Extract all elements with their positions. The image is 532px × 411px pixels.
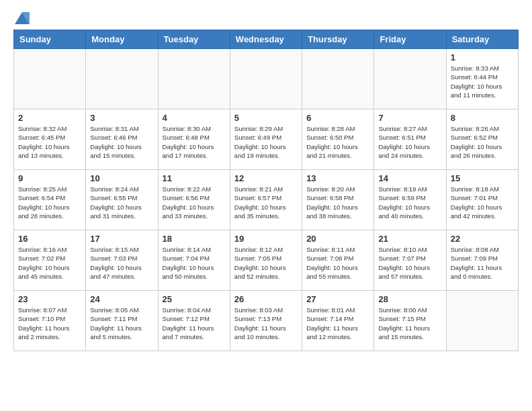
day-cell: 4Sunrise: 8:30 AM Sunset: 6:48 PM Daylig… bbox=[158, 109, 230, 170]
week-row-4: 16Sunrise: 8:16 AM Sunset: 7:02 PM Dayli… bbox=[14, 230, 519, 291]
day-number: 20 bbox=[306, 234, 369, 244]
day-info: Sunrise: 8:00 AM Sunset: 7:15 PM Dayligh… bbox=[378, 306, 441, 341]
logo bbox=[13, 13, 30, 23]
day-cell: 16Sunrise: 8:16 AM Sunset: 7:02 PM Dayli… bbox=[14, 230, 86, 291]
day-cell: 11Sunrise: 8:22 AM Sunset: 6:56 PM Dayli… bbox=[158, 170, 230, 230]
day-number: 18 bbox=[163, 234, 226, 244]
day-info: Sunrise: 8:15 AM Sunset: 7:03 PM Dayligh… bbox=[90, 245, 153, 281]
page-header bbox=[13, 13, 519, 23]
day-cell bbox=[86, 49, 158, 109]
day-number: 1 bbox=[451, 52, 514, 62]
day-info: Sunrise: 8:33 AM Sunset: 6:44 PM Dayligh… bbox=[451, 64, 514, 99]
day-cell: 1Sunrise: 8:33 AM Sunset: 6:44 PM Daylig… bbox=[446, 49, 518, 109]
day-number: 3 bbox=[90, 113, 153, 123]
day-number: 28 bbox=[378, 294, 441, 304]
day-cell: 14Sunrise: 8:19 AM Sunset: 6:59 PM Dayli… bbox=[374, 170, 446, 230]
day-info: Sunrise: 8:18 AM Sunset: 7:01 PM Dayligh… bbox=[451, 185, 514, 220]
day-number: 22 bbox=[451, 234, 514, 244]
day-cell: 17Sunrise: 8:15 AM Sunset: 7:03 PM Dayli… bbox=[86, 230, 158, 291]
day-number: 2 bbox=[18, 113, 81, 123]
header-cell-thursday: Thursday bbox=[302, 30, 374, 49]
day-number: 19 bbox=[234, 234, 298, 244]
day-number: 11 bbox=[163, 173, 226, 183]
day-cell bbox=[446, 291, 518, 351]
day-cell: 13Sunrise: 8:20 AM Sunset: 6:58 PM Dayli… bbox=[302, 170, 374, 230]
day-number: 26 bbox=[234, 294, 298, 304]
day-info: Sunrise: 8:14 AM Sunset: 7:04 PM Dayligh… bbox=[163, 245, 226, 281]
day-info: Sunrise: 8:25 AM Sunset: 6:54 PM Dayligh… bbox=[18, 185, 81, 220]
day-number: 10 bbox=[90, 173, 153, 183]
header-row: SundayMondayTuesdayWednesdayThursdayFrid… bbox=[14, 30, 519, 49]
week-row-2: 2Sunrise: 8:32 AM Sunset: 6:45 PM Daylig… bbox=[14, 109, 519, 170]
day-cell: 26Sunrise: 8:03 AM Sunset: 7:13 PM Dayli… bbox=[230, 291, 302, 351]
day-info: Sunrise: 8:24 AM Sunset: 6:55 PM Dayligh… bbox=[90, 185, 153, 220]
day-info: Sunrise: 8:08 AM Sunset: 7:09 PM Dayligh… bbox=[451, 245, 514, 281]
day-number: 21 bbox=[378, 234, 441, 244]
day-info: Sunrise: 8:16 AM Sunset: 7:02 PM Dayligh… bbox=[18, 245, 81, 281]
day-info: Sunrise: 8:31 AM Sunset: 6:46 PM Dayligh… bbox=[90, 124, 153, 160]
day-number: 25 bbox=[163, 294, 226, 304]
day-info: Sunrise: 8:22 AM Sunset: 6:56 PM Dayligh… bbox=[163, 185, 226, 220]
logo-icon bbox=[15, 12, 30, 24]
day-number: 15 bbox=[451, 173, 514, 183]
week-row-3: 9Sunrise: 8:25 AM Sunset: 6:54 PM Daylig… bbox=[14, 170, 519, 230]
day-cell: 3Sunrise: 8:31 AM Sunset: 6:46 PM Daylig… bbox=[86, 109, 158, 170]
day-cell: 18Sunrise: 8:14 AM Sunset: 7:04 PM Dayli… bbox=[158, 230, 230, 291]
day-cell: 23Sunrise: 8:07 AM Sunset: 7:10 PM Dayli… bbox=[14, 291, 86, 351]
header-cell-friday: Friday bbox=[374, 30, 446, 49]
day-cell: 2Sunrise: 8:32 AM Sunset: 6:45 PM Daylig… bbox=[14, 109, 86, 170]
day-info: Sunrise: 8:26 AM Sunset: 6:52 PM Dayligh… bbox=[451, 124, 514, 160]
day-cell: 22Sunrise: 8:08 AM Sunset: 7:09 PM Dayli… bbox=[446, 230, 518, 291]
day-number: 12 bbox=[234, 173, 298, 183]
day-info: Sunrise: 8:28 AM Sunset: 6:50 PM Dayligh… bbox=[306, 124, 369, 160]
day-cell: 15Sunrise: 8:18 AM Sunset: 7:01 PM Dayli… bbox=[446, 170, 518, 230]
day-info: Sunrise: 8:27 AM Sunset: 6:51 PM Dayligh… bbox=[378, 124, 441, 160]
header-cell-wednesday: Wednesday bbox=[230, 30, 302, 49]
day-number: 17 bbox=[90, 234, 153, 244]
day-cell: 9Sunrise: 8:25 AM Sunset: 6:54 PM Daylig… bbox=[14, 170, 86, 230]
day-info: Sunrise: 8:11 AM Sunset: 7:06 PM Dayligh… bbox=[306, 245, 369, 281]
day-cell: 6Sunrise: 8:28 AM Sunset: 6:50 PM Daylig… bbox=[302, 109, 374, 170]
day-number: 24 bbox=[90, 294, 153, 304]
header-cell-monday: Monday bbox=[86, 30, 158, 49]
day-cell: 7Sunrise: 8:27 AM Sunset: 6:51 PM Daylig… bbox=[374, 109, 446, 170]
day-cell: 28Sunrise: 8:00 AM Sunset: 7:15 PM Dayli… bbox=[374, 291, 446, 351]
header-cell-saturday: Saturday bbox=[446, 30, 518, 49]
day-number: 8 bbox=[451, 113, 514, 123]
day-number: 5 bbox=[234, 113, 298, 123]
day-number: 16 bbox=[18, 234, 81, 244]
week-row-1: 1Sunrise: 8:33 AM Sunset: 6:44 PM Daylig… bbox=[14, 49, 519, 109]
day-info: Sunrise: 8:20 AM Sunset: 6:58 PM Dayligh… bbox=[306, 185, 369, 220]
day-cell: 21Sunrise: 8:10 AM Sunset: 7:07 PM Dayli… bbox=[374, 230, 446, 291]
day-cell: 20Sunrise: 8:11 AM Sunset: 7:06 PM Dayli… bbox=[302, 230, 374, 291]
day-cell: 24Sunrise: 8:05 AM Sunset: 7:11 PM Dayli… bbox=[86, 291, 158, 351]
week-row-5: 23Sunrise: 8:07 AM Sunset: 7:10 PM Dayli… bbox=[14, 291, 519, 351]
day-cell bbox=[374, 49, 446, 109]
day-info: Sunrise: 8:30 AM Sunset: 6:48 PM Dayligh… bbox=[163, 124, 226, 160]
day-number: 9 bbox=[18, 173, 81, 183]
day-cell bbox=[230, 49, 302, 109]
day-cell bbox=[158, 49, 230, 109]
day-info: Sunrise: 8:19 AM Sunset: 6:59 PM Dayligh… bbox=[378, 185, 441, 220]
day-info: Sunrise: 8:07 AM Sunset: 7:10 PM Dayligh… bbox=[18, 306, 81, 341]
day-number: 6 bbox=[306, 113, 369, 123]
day-cell: 5Sunrise: 8:29 AM Sunset: 6:49 PM Daylig… bbox=[230, 109, 302, 170]
day-cell bbox=[14, 49, 86, 109]
day-number: 14 bbox=[378, 173, 441, 183]
day-number: 4 bbox=[163, 113, 226, 123]
day-info: Sunrise: 8:05 AM Sunset: 7:11 PM Dayligh… bbox=[90, 306, 153, 341]
day-info: Sunrise: 8:04 AM Sunset: 7:12 PM Dayligh… bbox=[163, 306, 226, 341]
day-info: Sunrise: 8:12 AM Sunset: 7:05 PM Dayligh… bbox=[234, 245, 298, 281]
day-cell: 8Sunrise: 8:26 AM Sunset: 6:52 PM Daylig… bbox=[446, 109, 518, 170]
day-info: Sunrise: 8:29 AM Sunset: 6:49 PM Dayligh… bbox=[234, 124, 298, 160]
day-number: 13 bbox=[306, 173, 369, 183]
day-cell bbox=[302, 49, 374, 109]
day-cell: 10Sunrise: 8:24 AM Sunset: 6:55 PM Dayli… bbox=[86, 170, 158, 230]
day-number: 23 bbox=[18, 294, 81, 304]
day-info: Sunrise: 8:21 AM Sunset: 6:57 PM Dayligh… bbox=[234, 185, 298, 220]
day-info: Sunrise: 8:32 AM Sunset: 6:45 PM Dayligh… bbox=[18, 124, 81, 160]
day-cell: 19Sunrise: 8:12 AM Sunset: 7:05 PM Dayli… bbox=[230, 230, 302, 291]
header-cell-tuesday: Tuesday bbox=[158, 30, 230, 49]
day-info: Sunrise: 8:10 AM Sunset: 7:07 PM Dayligh… bbox=[378, 245, 441, 281]
day-info: Sunrise: 8:03 AM Sunset: 7:13 PM Dayligh… bbox=[234, 306, 298, 341]
